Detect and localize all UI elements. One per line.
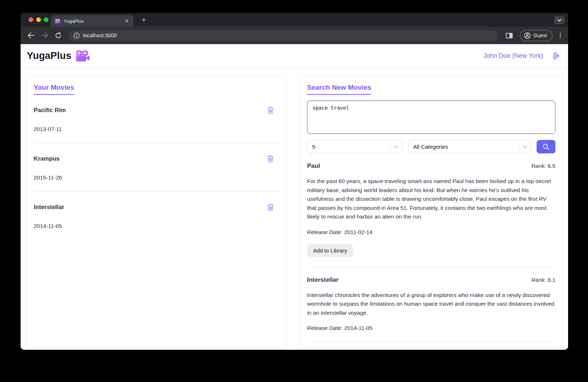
category-select[interactable]: All Categories [408, 140, 531, 153]
search-controls: 5 All Categories [307, 140, 555, 153]
minimize-window-button[interactable] [36, 17, 41, 22]
trash-icon [267, 155, 274, 162]
result-rank: Rank: 8.1 [532, 277, 555, 283]
search-query-input[interactable]: space travel [307, 101, 555, 134]
movie-title: Pacific Rim [34, 107, 66, 114]
movie-title: Krampus [34, 155, 60, 162]
list-item: Pacific Rim 2013-07-11 [34, 106, 279, 143]
browser-tab[interactable]: YugaPlus ✕ [51, 15, 134, 27]
result-rank: Rank: 6.5 [532, 163, 555, 169]
result-release-date: Release Date: 2011-02-14 [307, 229, 555, 235]
result-title: Interstellar [307, 276, 339, 284]
main-content: Your Movies Pacific Rim 2013-07-11 [21, 68, 568, 350]
url-text[interactable]: localhost:3000 [83, 33, 117, 38]
app-header: YugaPlus John Doe (New York) [21, 44, 568, 68]
refresh-button[interactable] [52, 30, 64, 41]
back-button[interactable] [25, 30, 37, 41]
divider [34, 191, 279, 192]
movie-title: Interstellar [34, 204, 64, 211]
back-arrow-icon [28, 33, 34, 38]
logo-movie-camera-icon [75, 50, 90, 62]
user-profile-link[interactable]: John Doe (New York) [483, 52, 543, 60]
profile-button[interactable]: Guest [520, 30, 552, 41]
favicon-movie-icon [55, 18, 61, 24]
result-count-value: 5 [312, 144, 387, 150]
maximize-window-button[interactable] [44, 17, 49, 22]
search-title: Search New Movies [307, 84, 371, 95]
logout-icon[interactable] [552, 51, 561, 60]
profile-label: Guest [533, 33, 547, 38]
site-info-icon[interactable] [74, 33, 80, 39]
header-right: John Doe (New York) [483, 51, 561, 60]
divider [519, 144, 519, 150]
refresh-icon [55, 32, 62, 39]
movie-date: 2013-07-11 [34, 126, 279, 132]
delete-movie-button[interactable] [266, 106, 275, 115]
divider [390, 144, 391, 150]
list-item: Interstellar 2014-11-05 [34, 203, 279, 229]
trash-icon [267, 106, 274, 114]
divider [307, 341, 555, 341]
delete-movie-button[interactable] [266, 154, 275, 163]
forward-arrow-icon [41, 33, 48, 38]
divider [307, 267, 555, 267]
your-movies-panel: Your Movies Pacific Rim 2013-07-11 [26, 76, 287, 350]
category-value: All Categories [413, 144, 516, 150]
app-title: YugaPlus [27, 50, 71, 61]
browser-toolbar: localhost:3000 Guest [21, 27, 568, 44]
new-tab-button[interactable]: + [139, 15, 149, 25]
result-title: Paul [307, 162, 320, 170]
forward-button[interactable] [39, 30, 50, 41]
chevron-down-icon [557, 19, 562, 22]
browser-window: YugaPlus ✕ + [21, 13, 568, 350]
search-result: Interstellar Rank: 8.1 Interstellar chro… [307, 276, 555, 342]
search-icon [542, 143, 550, 150]
result-description: Interstellar chronicles the adventures o… [307, 291, 555, 318]
list-item: Krampus 2015-11-26 [34, 154, 279, 192]
address-bar[interactable]: localhost:3000 [68, 30, 498, 41]
result-description: For the past 60 years, a space-traveling… [307, 177, 555, 221]
search-button[interactable] [537, 140, 555, 153]
side-panel-icon[interactable] [506, 33, 513, 38]
delete-movie-button[interactable] [266, 203, 275, 212]
tab-close-icon[interactable]: ✕ [123, 18, 130, 24]
trash-icon [267, 203, 274, 211]
chevron-down-icon [394, 145, 399, 148]
yugaplus-page: YugaPlus John Doe (New York) [21, 44, 568, 350]
tab-strip: YugaPlus ✕ + [21, 13, 568, 27]
movie-date: 2015-11-26 [34, 174, 279, 181]
chevron-down-icon [522, 145, 527, 148]
result-release-date: Release Date: 2014-11-05 [307, 325, 555, 331]
result-count-select[interactable]: 5 [307, 140, 403, 153]
search-panel: Search New Movies space travel 5 All Cat… [299, 76, 563, 350]
menu-kebab-icon[interactable] [557, 31, 564, 40]
divider [34, 143, 279, 143]
add-to-library-button[interactable]: Add to Library [307, 244, 353, 257]
your-movies-title: Your Movies [34, 84, 74, 95]
search-result: Paul Rank: 6.5 For the past 60 years, a … [307, 162, 555, 267]
close-window-button[interactable] [29, 17, 33, 22]
brand: YugaPlus [27, 50, 90, 62]
avatar-icon [524, 32, 531, 39]
tab-title: YugaPlus [64, 18, 121, 24]
window-controls [29, 17, 49, 22]
movie-date: 2014-11-05 [34, 223, 279, 229]
tab-search-button[interactable] [554, 16, 565, 24]
